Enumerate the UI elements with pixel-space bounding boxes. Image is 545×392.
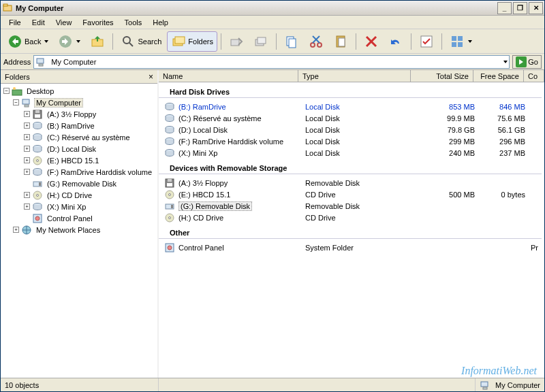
cd-icon	[164, 212, 175, 223]
disk-icon	[32, 120, 43, 131]
tree-item[interactable]: +(X:) Mini Xp	[1, 201, 157, 212]
col-type[interactable]: Type	[298, 70, 411, 82]
chevron-down-icon[interactable]	[503, 61, 508, 63]
tree-mycomputer[interactable]: −My Computer	[1, 97, 157, 108]
close-icon[interactable]: ×	[149, 72, 153, 82]
list-row[interactable]: (G:) Removable Disk Removable Disk	[159, 200, 544, 212]
address-label: Address	[3, 58, 31, 66]
tree-network-places[interactable]: +My Network Places	[1, 224, 157, 235]
tree-item[interactable]: +(D:) Local Disk	[1, 143, 157, 154]
tree-item[interactable]: +(E:) HBCD 15.1	[1, 154, 157, 166]
maximize-button[interactable]: ❐	[513, 2, 527, 14]
svg-rect-11	[258, 37, 266, 44]
titlebar[interactable]: My Computer _ ❐ ✕	[1, 1, 544, 16]
svg-rect-13	[289, 39, 296, 48]
mycomputer-icon	[21, 97, 32, 108]
copy-to-button[interactable]	[249, 31, 272, 52]
disk-icon	[164, 148, 175, 159]
mycomputer-icon	[480, 380, 490, 391]
copy-button[interactable]	[280, 31, 303, 52]
undo-icon	[388, 34, 403, 49]
toolbar-separator	[112, 33, 113, 50]
col-total[interactable]: Total Size	[411, 70, 473, 82]
address-field[interactable]: My Computer	[33, 55, 510, 69]
list-body[interactable]: Hard Disk Drives (B:) RamDrive Local Dis…	[159, 82, 544, 378]
status-empty	[159, 378, 476, 391]
chevron-down-icon	[44, 40, 48, 43]
undo-button[interactable]	[384, 31, 407, 52]
tree-desktop[interactable]: −Desktop	[1, 85, 157, 97]
menu-tools[interactable]: Tools	[119, 17, 148, 28]
forward-button[interactable]	[54, 31, 84, 52]
file-list: Name Type Total Size Free Space Co Hard …	[159, 70, 544, 378]
tree-item[interactable]: +(H:) CD Drive	[1, 189, 157, 201]
explorer-window: My Computer _ ❐ ✕ File Edit View Favorit…	[0, 0, 545, 392]
search-button[interactable]: Search	[116, 31, 166, 52]
cd-icon	[32, 155, 43, 166]
list-row[interactable]: (E:) HBCD 15.1 CD Drive 500 MB 0 bytes	[159, 189, 544, 200]
toolbar-separator	[221, 33, 221, 50]
svg-rect-32	[22, 99, 29, 104]
svg-rect-24	[458, 36, 463, 41]
menubar: File Edit View Favorites Tools Help	[1, 16, 544, 29]
disk-icon	[164, 136, 175, 147]
svg-rect-27	[37, 59, 44, 63]
list-row[interactable]: (D:) Local Disk Local Disk 79.8 GB 56.1 …	[159, 124, 544, 135]
col-co[interactable]: Co	[524, 70, 544, 82]
move-to-button[interactable]	[225, 31, 248, 52]
up-button[interactable]	[86, 31, 109, 52]
close-button[interactable]: ✕	[529, 2, 543, 14]
svg-rect-57	[168, 179, 172, 182]
properties-button[interactable]	[415, 31, 438, 52]
tree-item[interactable]: +(F:) RamDrive Harddisk volume	[1, 166, 157, 178]
svg-point-46	[37, 194, 39, 196]
statusbar: 10 objects My Computer	[1, 378, 544, 391]
floppy-icon	[164, 178, 175, 189]
list-row[interactable]: (H:) CD Drive CD Drive	[159, 212, 544, 223]
svg-rect-23	[452, 36, 456, 41]
svg-point-64	[169, 216, 171, 218]
svg-point-41	[37, 159, 39, 161]
svg-rect-67	[481, 382, 488, 387]
tree-item[interactable]: Control Panel	[1, 212, 157, 224]
menu-edit[interactable]: Edit	[27, 17, 50, 28]
paste-button[interactable]	[329, 31, 352, 52]
menu-file[interactable]: File	[3, 17, 27, 28]
tree-item[interactable]: +(B:) RamDrive	[1, 120, 157, 131]
scissors-icon	[309, 34, 324, 49]
back-icon	[7, 34, 22, 49]
col-name[interactable]: Name	[159, 70, 298, 82]
views-icon	[450, 34, 465, 49]
clipboard-icon	[333, 34, 348, 49]
cd-icon	[32, 190, 43, 201]
minimize-button[interactable]: _	[497, 2, 512, 14]
tree-item[interactable]: +(C:) Réservé au système	[1, 131, 157, 143]
tree-item[interactable]: (G:) Removable Disk	[1, 178, 157, 189]
col-free[interactable]: Free Space	[473, 70, 524, 82]
back-button[interactable]: Back	[3, 31, 52, 52]
list-row[interactable]: (B:) RamDrive Local Disk 853 MB 846 MB	[159, 101, 544, 112]
disk-icon	[32, 201, 43, 212]
list-header[interactable]: Name Type Total Size Free Space Co	[159, 70, 544, 82]
cut-button[interactable]	[305, 31, 328, 52]
disk-icon	[32, 144, 43, 154]
go-label: Go	[528, 58, 538, 66]
go-button[interactable]: Go	[512, 55, 542, 69]
delete-button[interactable]	[360, 31, 383, 52]
svg-rect-26	[458, 42, 463, 47]
list-row[interactable]: (X:) Mini Xp Local Disk 240 MB 237 MB	[159, 147, 544, 159]
tree-item[interactable]: +(A:) 3½ Floppy	[1, 108, 157, 120]
list-row[interactable]: (A:) 3½ Floppy Removable Disk	[159, 177, 544, 189]
toolbar-separator	[276, 33, 277, 50]
menu-help[interactable]: Help	[147, 17, 174, 28]
list-row[interactable]: Control Panel System Folder Pr	[159, 242, 544, 253]
folders-pane-title: Folders	[5, 73, 30, 81]
svg-rect-44	[39, 182, 41, 186]
menu-view[interactable]: View	[50, 17, 78, 28]
folders-button[interactable]: Folders	[167, 31, 217, 52]
menu-favorites[interactable]: Favorites	[77, 17, 119, 28]
list-row[interactable]: (F:) RamDrive Harddisk volume Local Disk…	[159, 135, 544, 147]
list-row[interactable]: (C:) Réservé au système Local Disk 99.9 …	[159, 112, 544, 124]
views-button[interactable]	[446, 31, 476, 52]
folder-tree[interactable]: −Desktop−My Computer+(A:) 3½ Floppy+(B:)…	[1, 84, 157, 378]
